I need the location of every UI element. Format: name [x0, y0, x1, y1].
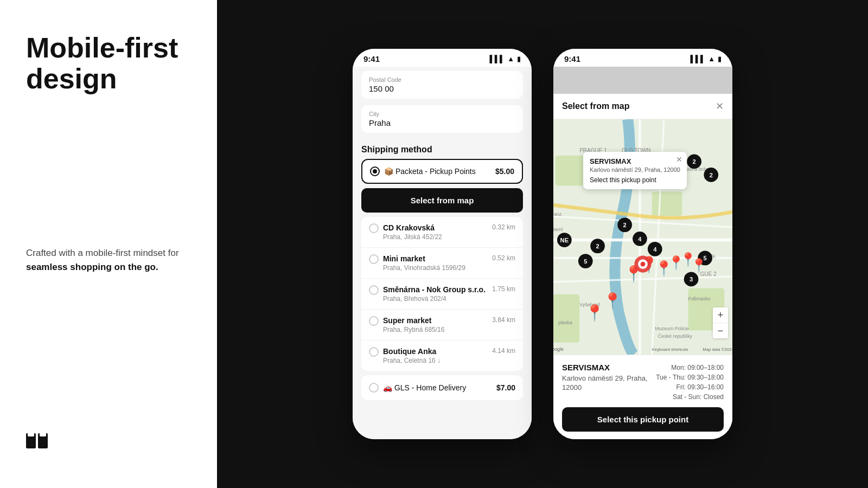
packeta-price: $5.00 [495, 167, 514, 176]
pickup-address-3: Praha, Břehová 202/4 [383, 295, 486, 303]
status-time-1: 9:41 [363, 54, 380, 63]
svg-rect-3 [40, 431, 46, 436]
hours-mon: Mon: 09:00–18:00 [656, 363, 724, 373]
pickup-item-4-left: Super market Praha, Rybná 685/16 [369, 316, 444, 333]
map-header-image [553, 67, 732, 94]
svg-text:5: 5 [584, 258, 587, 265]
bottom-detail: SERVISMAX Karlovo náměstí 29, Praha, 120… [553, 355, 732, 439]
select-map-button[interactable]: Select from map [361, 188, 523, 213]
pickup-item-1-info: CD Krakovská Praha, Jilská 452/22 [383, 223, 442, 241]
pickup-item-5[interactable]: Boutique Anka Praha, Celetná 16 ↓ 4.14 k… [361, 341, 523, 371]
svg-text:Hlavní: Hlavní [553, 227, 563, 232]
pickup-radio-1 [369, 223, 379, 233]
pickup-item-2[interactable]: Mini market Praha, Vinohradská 1596/29 0… [361, 248, 523, 279]
postal-field[interactable]: Postal Code 150 00 [361, 71, 523, 99]
phone1-content[interactable]: Postal Code 150 00 City Praha Shipping m… [353, 67, 532, 439]
phone-shipping: 9:41 ▌▌▌ ▲ ▮ Postal Code 150 00 City Pra… [353, 49, 532, 439]
pickup-item-5-info: Boutique Anka Praha, Celetná 16 ↓ [383, 347, 441, 364]
pickup-distance-4: 3.84 km [492, 316, 515, 324]
wifi-icon-2: ▲ [708, 55, 715, 63]
pickup-address-1: Praha, Jilská 452/22 [383, 233, 442, 241]
svg-text:2: 2 [623, 222, 627, 228]
logo-mark [26, 431, 191, 455]
city-field[interactable]: City Praha [361, 105, 523, 133]
gls-option[interactable]: 🚗 GLS - Home Delivery $7.00 [361, 375, 523, 400]
map-title: Select from map [562, 101, 629, 111]
pickup-item-3-info: Směnárna - Nok Group s.r.o. Praha, Břeho… [383, 285, 486, 303]
main-heading: Mobile-first design [26, 33, 191, 94]
pickup-item-1[interactable]: CD Krakovská Praha, Jilská 452/22 0.32 k… [361, 217, 523, 248]
hours-fri: Fri: 09:30–16:00 [656, 382, 724, 392]
pickup-radio-5 [369, 347, 379, 357]
svg-text:Folimanku: Folimanku [688, 296, 710, 301]
map-container[interactable]: PRAGUE 1 OLD TOWN Prašná brána Franz. Hl… [553, 119, 732, 355]
popup-close-icon[interactable]: ✕ [676, 155, 682, 164]
zoom-out-button[interactable]: − [713, 323, 728, 338]
close-icon[interactable]: ✕ [716, 100, 724, 112]
svg-text:4: 4 [653, 246, 657, 253]
svg-text:4: 4 [638, 236, 642, 242]
postal-value: 150 00 [369, 84, 515, 93]
hours-tue: Tue - Thu: 09:30–18:00 [656, 373, 724, 382]
pickup-name-2: Mini market [383, 254, 465, 263]
select-pickup-button[interactable]: Select this pickup point [562, 407, 724, 432]
pickup-distance-5: 4.14 km [492, 347, 515, 355]
svg-rect-6 [652, 192, 682, 216]
detail-name: SERVISMAX [562, 363, 648, 372]
shipping-title: Shipping method [361, 139, 523, 159]
pickup-name-1: CD Krakovská [383, 223, 442, 232]
svg-rect-8 [553, 294, 579, 343]
pickup-radio-2 [369, 254, 379, 264]
svg-text:Keyboard shortcuts: Keyboard shortcuts [652, 347, 688, 352]
pickup-item-4[interactable]: Super market Praha, Rybná 685/16 3.84 km [361, 310, 523, 341]
left-panel: Mobile-first design Crafted with a mobil… [0, 0, 217, 488]
gls-name: 🚗 GLS - Home Delivery [383, 383, 466, 392]
packeta-option[interactable]: 📦 Packeta - Pickup Points $5.00 [361, 159, 523, 184]
zoom-controls: + − [713, 307, 728, 338]
sub-text: Crafted with a mobile-first mindset for … [26, 246, 191, 274]
pickup-address-5: Praha, Celetná 16 ↓ [383, 357, 441, 364]
gls-price: $7.00 [496, 383, 515, 392]
radio-dot [373, 169, 377, 174]
svg-text:Franz.: Franz. [553, 211, 563, 217]
svg-text:2: 2 [710, 172, 713, 178]
postal-section: Postal Code 150 00 [361, 71, 523, 99]
svg-rect-2 [28, 431, 34, 436]
status-icons-2: ▌▌▌ ▲ ▮ [690, 55, 722, 63]
phones-area: 9:41 ▌▌▌ ▲ ▮ Postal Code 150 00 City Pra… [217, 33, 868, 455]
pickup-item-3[interactable]: Směnárna - Nok Group s.r.o. Praha, Břeho… [361, 279, 523, 310]
map-popup: ✕ SERVISMAX Karlovo náměstí 29, Praha, 1… [583, 152, 687, 189]
signal-icon-2: ▌▌▌ [690, 55, 705, 63]
svg-text:📍: 📍 [585, 304, 605, 323]
svg-text:📍: 📍 [691, 258, 707, 274]
svg-text:2: 2 [692, 158, 695, 165]
pickup-address-4: Praha, Rybná 685/16 [383, 326, 444, 333]
svg-text:České republiky: České republiky [658, 333, 693, 339]
pickup-item-2-info: Mini market Praha, Vinohradská 1596/29 [383, 254, 465, 272]
pickup-address-2: Praha, Vinohradská 1596/29 [383, 264, 465, 272]
signal-icon: ▌▌▌ [489, 55, 505, 63]
phone2-content: Select from map ✕ [553, 67, 732, 439]
gls-left: 🚗 GLS - Home Delivery [369, 383, 466, 393]
city-label: City [369, 111, 515, 117]
popup-address: Karlovo náměstí 29, Praha, 12000 [590, 166, 680, 173]
zoom-in-button[interactable]: + [713, 307, 728, 323]
status-time-2: 9:41 [564, 54, 580, 63]
pickup-item-3-left: Směnárna - Nok Group s.r.o. Praha, Břeho… [369, 285, 486, 303]
pickup-radio-3 [369, 285, 379, 295]
pickup-distance-3: 1.75 km [492, 285, 515, 293]
pickup-item-2-left: Mini market Praha, Vinohradská 1596/29 [369, 254, 465, 272]
detail-info: SERVISMAX Karlovo náměstí 29, Praha, 120… [562, 363, 648, 393]
pickup-list: CD Krakovská Praha, Jilská 452/22 0.32 k… [361, 217, 523, 371]
status-bar-1: 9:41 ▌▌▌ ▲ ▮ [353, 49, 532, 67]
svg-text:plavka: plavka [558, 320, 572, 325]
pickup-name-4: Super market [383, 316, 444, 325]
status-icons-1: ▌▌▌ ▲ ▮ [489, 55, 521, 63]
detail-address-line2: 12000 [562, 383, 648, 391]
map-title-bar: Select from map ✕ [553, 94, 732, 119]
popup-title: SERVISMAX [590, 157, 680, 165]
popup-select-btn[interactable]: Select this pickup point [590, 176, 680, 184]
detail-row: SERVISMAX Karlovo náměstí 29, Praha, 120… [562, 363, 724, 402]
battery-icon: ▮ [517, 55, 521, 63]
svg-text:NE: NE [560, 237, 569, 243]
